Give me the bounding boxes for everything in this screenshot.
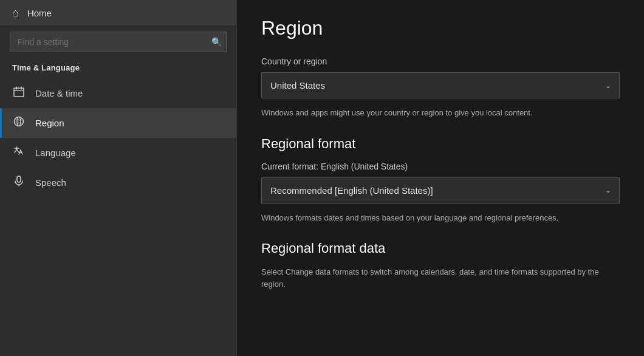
sidebar-item-speech-label: Speech — [35, 177, 66, 188]
date-time-icon — [12, 86, 26, 100]
country-dropdown-wrapper: United States ⌄ — [261, 72, 620, 98]
sidebar-item-speech[interactable]: Speech — [0, 168, 236, 197]
sidebar-item-language-label: Language — [35, 148, 76, 158]
sidebar-home-label: Home — [27, 8, 52, 18]
svg-rect-3 — [17, 176, 21, 182]
search-wrapper: 🔍 — [10, 32, 227, 52]
format-dropdown[interactable]: Recommended [English (United States)] — [261, 177, 620, 204]
search-input[interactable] — [10, 32, 227, 52]
sidebar-item-region[interactable]: Region — [0, 108, 236, 138]
svg-rect-0 — [14, 88, 24, 97]
sidebar-item-date-time[interactable]: Date & time — [0, 78, 236, 108]
regional-format-heading: Regional format — [261, 136, 620, 152]
format-description: Windows formats dates and times based on… — [261, 212, 601, 224]
svg-point-1 — [15, 117, 24, 126]
country-description: Windows and apps might use your country … — [261, 107, 601, 119]
current-format-label: Current format: English (United States) — [261, 162, 620, 171]
svg-point-2 — [17, 117, 21, 126]
sidebar-home-item[interactable]: ⌂ Home — [0, 0, 236, 26]
regional-format-data-section: Select Change data formats to switch amo… — [261, 266, 620, 290]
country-dropdown[interactable]: United States — [261, 72, 620, 98]
country-region-section: Country or region United States ⌄ Window… — [261, 56, 620, 119]
regional-format-data-description: Select Change data formats to switch amo… — [261, 266, 601, 290]
home-icon: ⌂ — [12, 7, 19, 18]
regional-format-data-heading: Regional format data — [261, 241, 620, 256]
country-region-label: Country or region — [261, 56, 620, 66]
main-content: Region Country or region United States ⌄… — [237, 0, 644, 356]
search-icon-button[interactable]: 🔍 — [211, 37, 222, 47]
region-icon — [12, 116, 26, 130]
regional-format-section: Current format: English (United States) … — [261, 162, 620, 224]
page-title: Region — [261, 17, 620, 39]
format-dropdown-wrapper: Recommended [English (United States)] ⌄ — [261, 177, 620, 204]
sidebar-item-language[interactable]: Language — [0, 138, 236, 168]
sidebar-item-region-label: Region — [35, 118, 64, 128]
sidebar-item-date-time-label: Date & time — [35, 88, 83, 98]
sidebar: ⌂ Home 🔍 Time & Language Date & time R — [0, 0, 237, 356]
speech-icon — [12, 176, 26, 190]
language-icon — [12, 146, 26, 160]
sidebar-section-title: Time & Language — [0, 61, 236, 78]
search-container: 🔍 — [0, 26, 236, 61]
